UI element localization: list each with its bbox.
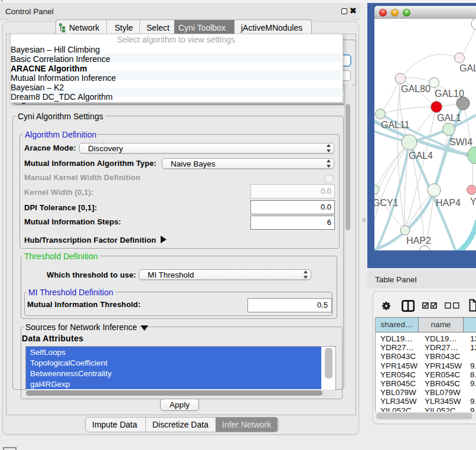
svg-text:GCY1: GCY1: [374, 198, 399, 208]
svg-text:Y: Y: [470, 197, 476, 207]
svg-text:HAP2: HAP2: [406, 236, 431, 246]
svg-text:GAL80: GAL80: [401, 84, 431, 94]
svg-text:GAL4: GAL4: [409, 151, 433, 161]
svg-text:GAL7: GAL7: [459, 63, 476, 73]
svg-text:SWI4: SWI4: [449, 137, 472, 147]
svg-text:GAL10: GAL10: [435, 89, 464, 99]
svg-text:HAP4: HAP4: [436, 198, 461, 208]
svg-text:GAL1: GAL1: [437, 113, 461, 123]
svg-text:GAL11: GAL11: [381, 120, 410, 130]
